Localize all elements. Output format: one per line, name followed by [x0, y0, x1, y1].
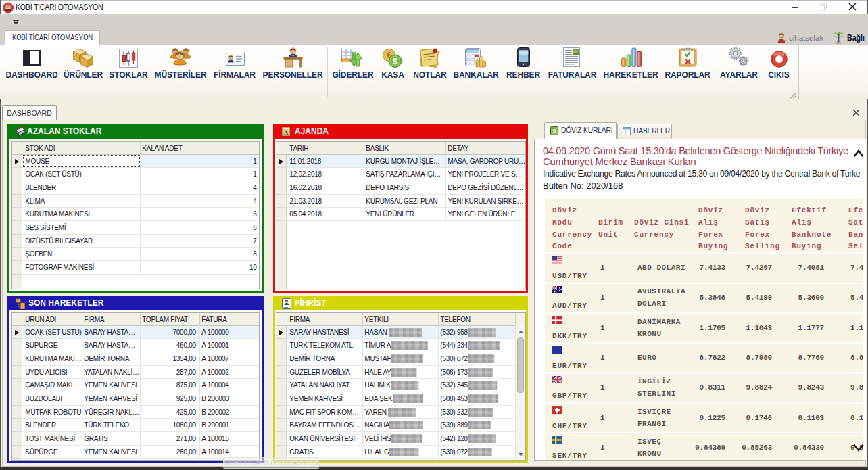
- svg-text:A: A: [284, 129, 289, 136]
- svg-text:$: $: [393, 56, 398, 66]
- svg-text:$: $: [552, 127, 556, 135]
